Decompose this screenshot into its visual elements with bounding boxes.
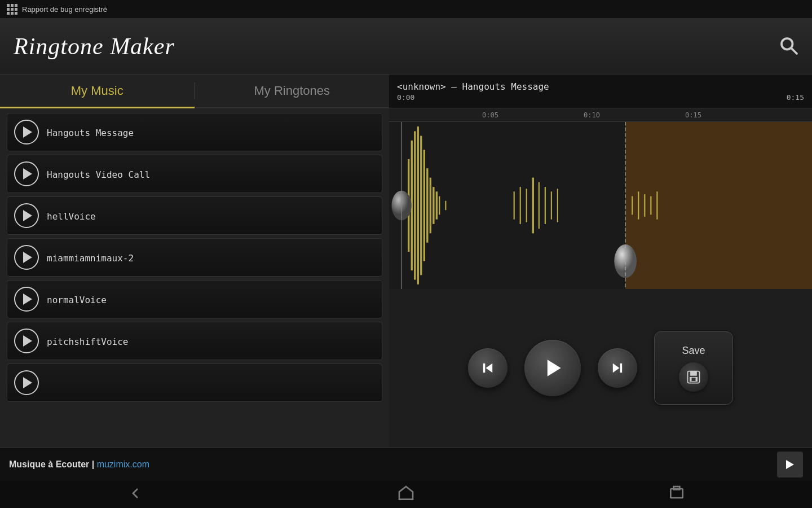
play-circle-icon: [14, 329, 39, 353]
svg-rect-25: [638, 191, 639, 219]
search-button[interactable]: [778, 35, 798, 58]
waveform-visual: [389, 122, 812, 289]
left-panel: My Music My Ringtones Hangouts Message: [0, 75, 389, 447]
current-time: 0:00: [397, 93, 414, 102]
bottom-bar: Musique à Ecouter | muzimix.com: [0, 447, 812, 481]
play-triangle-icon: [23, 210, 32, 221]
song-title: pitchshiftVoice: [47, 336, 129, 347]
svg-rect-18: [526, 189, 527, 222]
tab-my-music[interactable]: My Music: [0, 75, 195, 107]
now-playing-artist: <unknown> –: [397, 81, 462, 92]
tabs: My Music My Ringtones: [0, 75, 389, 108]
prev-button[interactable]: [468, 348, 508, 388]
svg-rect-24: [632, 196, 633, 215]
song-title: Hangouts Message: [47, 128, 134, 138]
play-circle-icon: [14, 120, 39, 144]
play-icon: [540, 356, 565, 380]
nav-back-button[interactable]: [126, 484, 144, 505]
save-icon: [679, 362, 708, 392]
svg-rect-22: [551, 191, 552, 219]
svg-rect-43: [674, 487, 680, 489]
save-label: Save: [682, 345, 705, 357]
playback-controls: Save: [468, 331, 733, 405]
status-text: Rapport de bug enregistré: [22, 5, 107, 14]
svg-rect-2: [625, 122, 812, 289]
forward-button[interactable]: [777, 452, 803, 478]
save-button[interactable]: Save: [654, 331, 733, 405]
next-button[interactable]: [598, 348, 637, 388]
home-icon: [397, 484, 415, 502]
search-icon: [778, 35, 798, 55]
song-info: Hangouts Message: [47, 126, 134, 138]
svg-rect-38: [690, 371, 697, 375]
play-triangle-icon: [23, 335, 32, 347]
tab-my-ringtones[interactable]: My Ringtones: [195, 75, 390, 107]
svg-marker-32: [486, 364, 493, 373]
svg-rect-17: [520, 187, 521, 224]
controls-area: Save: [389, 289, 812, 447]
back-icon: [126, 484, 144, 502]
svg-rect-33: [483, 364, 486, 373]
svg-rect-20: [539, 182, 540, 229]
song-title: Hangouts Video Call: [47, 169, 150, 180]
song-title: normalVoice: [47, 295, 107, 305]
play-triangle-icon: [23, 168, 32, 179]
song-info: normalVoice: [47, 294, 107, 305]
ad-link: muzimix.com: [97, 459, 149, 469]
song-item[interactable]: Hangouts Video Call: [7, 155, 382, 193]
waveform-container: 0:05 0:10 0:15: [389, 108, 812, 289]
play-triangle-icon: [23, 126, 32, 138]
recents-icon: [668, 484, 686, 502]
svg-rect-14: [439, 196, 440, 215]
song-title: hellVoice: [47, 211, 96, 222]
song-item[interactable]: Hangouts Message: [7, 113, 382, 151]
song-item[interactable]: [7, 364, 382, 402]
play-button[interactable]: [524, 340, 581, 396]
play-triangle-icon: [23, 252, 32, 263]
now-playing-title: <unknown> – Hangouts Message: [397, 81, 804, 92]
prev-icon: [480, 360, 496, 376]
header: Ringtone Maker: [0, 18, 812, 75]
song-info: hellVoice: [47, 210, 96, 222]
song-info: miammiamnimaux-2: [47, 252, 134, 264]
svg-rect-27: [650, 196, 651, 215]
play-triangle-icon: [23, 294, 32, 305]
play-circle-icon: [14, 370, 39, 395]
time-mark-2: 0:10: [584, 111, 600, 119]
play-triangle-icon: [23, 377, 32, 388]
svg-rect-12: [433, 187, 434, 224]
svg-rect-13: [436, 191, 438, 219]
svg-marker-34: [548, 360, 561, 376]
svg-rect-8: [420, 136, 422, 275]
svg-rect-19: [532, 178, 534, 234]
right-panel: <unknown> – Hangouts Message 0:00 0:15 0…: [389, 75, 812, 447]
song-item[interactable]: miammiamnimaux-2: [7, 238, 382, 277]
svg-rect-40: [692, 378, 696, 381]
song-item[interactable]: hellVoice: [7, 196, 382, 235]
svg-rect-9: [423, 150, 425, 261]
play-circle-icon: [14, 161, 39, 186]
time-markers: 0:05 0:10 0:15: [389, 108, 812, 122]
svg-rect-16: [514, 191, 515, 219]
play-circle-icon: [14, 287, 39, 312]
app-title: Ringtone Maker: [14, 33, 175, 60]
next-icon: [610, 360, 625, 376]
svg-marker-35: [613, 364, 620, 373]
nav-recents-button[interactable]: [668, 484, 686, 505]
time-mark-1: 0:05: [482, 111, 498, 119]
svg-rect-10: [426, 168, 428, 243]
song-info: pitchshiftVoice: [47, 335, 129, 347]
now-playing-song: Hangouts Message: [462, 81, 549, 92]
status-bar: Rapport de bug enregistré: [0, 0, 812, 18]
svg-rect-15: [445, 201, 446, 210]
svg-rect-7: [417, 126, 419, 284]
total-time: 0:15: [787, 93, 804, 102]
song-item[interactable]: pitchshiftVoice: [7, 322, 382, 360]
time-mark-3: 0:15: [685, 111, 701, 119]
song-title: miammiamnimaux-2: [47, 253, 134, 264]
nav-home-button[interactable]: [397, 484, 415, 505]
svg-rect-28: [656, 191, 657, 219]
svg-rect-23: [557, 189, 558, 222]
waveform-svg: [389, 122, 812, 289]
song-item[interactable]: normalVoice: [7, 280, 382, 318]
